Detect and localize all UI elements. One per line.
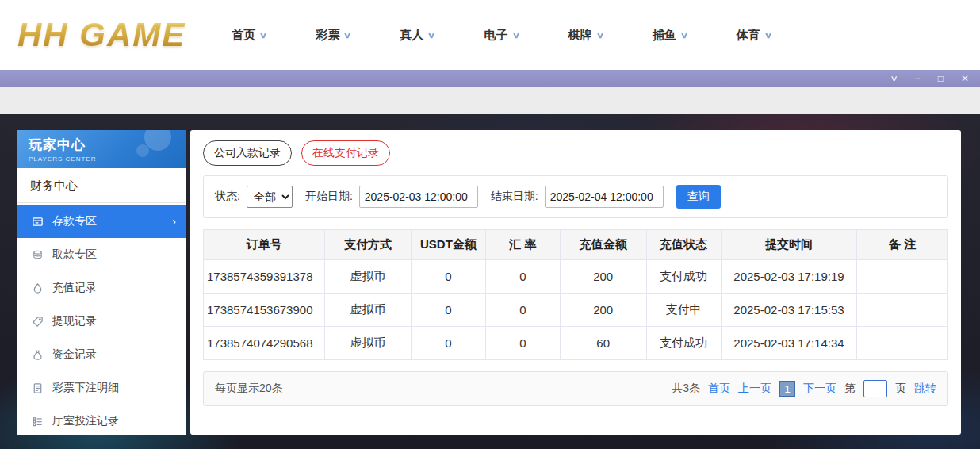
chevron-down-icon: ∨ (427, 30, 436, 40)
withdraw-icon (32, 249, 44, 261)
recharge-icon (32, 282, 44, 294)
nav-item-live[interactable]: 真人 ∨ (400, 28, 434, 43)
col-header-remark: 备 注 (857, 230, 948, 260)
sidebar-menu: 存款专区 › 取款专区 充值记录 提现记录 (17, 203, 186, 438)
logo[interactable]: HH GAME (17, 16, 217, 54)
sidebar-item-withdraw-zone[interactable]: 取款专区 (17, 238, 186, 271)
sidebar-item-label: 提现记录 (52, 314, 97, 328)
nav-item-home[interactable]: 首页 ∨ (232, 28, 266, 43)
window-titlebar: ∨ − □ ✕ (0, 70, 980, 87)
chevron-right-icon: › (172, 215, 176, 228)
cell-order-no: 1738574074290568 (204, 327, 325, 360)
cell-submit-time: 2025-02-03 17:15:53 (721, 294, 857, 327)
sidebar-item-label: 存款专区 (52, 214, 97, 228)
sidebar-item-lottery-bet-details[interactable]: 彩票下注明细 (17, 371, 186, 405)
nav-item-slots[interactable]: 电子 ∨ (484, 28, 519, 43)
nav-item-lottery[interactable]: 彩票 ∨ (316, 28, 350, 43)
table-header-row: 订单号 支付方式 USDT金额 汇 率 充值金额 充值状态 提交时间 备 注 (204, 230, 948, 260)
table-footer: 每页显示20条 共3条 首页 上一页 1 下一页 第 页 跳转 (203, 371, 948, 406)
chevron-down-icon: ∨ (595, 30, 604, 40)
nav-label: 彩票 (316, 28, 339, 43)
funds-icon (32, 349, 44, 361)
cell-pay-method: 虚拟币 (325, 327, 412, 360)
sidebar-section-title: 财务中心 (17, 168, 186, 203)
sidebar-header: 玩家中心 PLAYERS CENTER (17, 130, 186, 168)
end-date-label: 结束日期: (491, 190, 538, 204)
col-header-usdt-amount: USDT金额 (411, 230, 485, 260)
nav-label: 棋牌 (568, 28, 592, 43)
sidebar-item-hall-bet-records[interactable]: 厅室投注记录 (17, 405, 186, 438)
next-page-link[interactable]: 下一页 (803, 382, 836, 396)
table-row: 1738574359391378 虚拟币 0 0 200 支付成功 2025-0… (204, 260, 948, 294)
cell-recharge-status: 支付成功 (646, 260, 721, 294)
chevron-down-icon: ∨ (511, 30, 520, 40)
sidebar-item-withdrawal-records[interactable]: 提现记录 (17, 305, 186, 338)
maximize-icon[interactable]: □ (938, 74, 944, 83)
list-icon (32, 416, 44, 428)
nav-label: 捕鱼 (653, 28, 676, 43)
status-label: 状态: (215, 190, 240, 204)
nav-item-sports[interactable]: 体育 ∨ (737, 28, 771, 43)
chevron-down-icon: ∨ (679, 30, 688, 40)
cell-submit-time: 2025-02-03 17:19:19 (721, 260, 857, 294)
minimize-icon[interactable]: − (915, 74, 921, 83)
col-header-submit-time: 提交时间 (721, 230, 857, 260)
cell-recharge-amount: 200 (560, 260, 646, 294)
nav-label: 真人 (400, 28, 423, 43)
sidebar-item-recharge-records[interactable]: 充值记录 (17, 271, 186, 305)
start-date-label: 开始日期: (305, 190, 353, 204)
table-row: 1738574074290568 虚拟币 0 0 60 支付成功 2025-02… (204, 327, 948, 360)
sidebar-item-label: 充值记录 (52, 281, 97, 295)
gray-strip (0, 87, 980, 114)
cell-recharge-status: 支付成功 (646, 327, 721, 360)
cell-recharge-amount: 60 (560, 327, 646, 360)
sidebar-subtitle: PLAYERS CENTER (29, 155, 186, 163)
cell-recharge-amount: 200 (560, 294, 646, 327)
page-suffix-label: 页 (895, 382, 906, 396)
cell-remark (857, 327, 948, 360)
main-nav: 首页 ∨ 彩票 ∨ 真人 ∨ 电子 ∨ 棋牌 ∨ 捕鱼 ∨ 体育 ∨ (232, 28, 771, 43)
sidebar-item-label: 取款专区 (52, 248, 97, 262)
chevron-down-icon: ∨ (343, 30, 352, 40)
withdrawal-record-icon (32, 316, 44, 328)
page-jump-input[interactable] (863, 380, 887, 397)
document-icon (32, 382, 44, 394)
sidebar-title: 玩家中心 (29, 136, 186, 154)
end-date-input[interactable] (545, 186, 664, 208)
query-button[interactable]: 查询 (676, 185, 721, 209)
cell-remark (857, 260, 948, 294)
cell-remark (857, 294, 948, 327)
tab-company-deposit-records[interactable]: 公司入款记录 (203, 140, 292, 166)
tab-online-payment-records[interactable]: 在线支付记录 (301, 140, 390, 166)
sidebar-item-label: 厅室投注记录 (52, 414, 119, 428)
col-header-rate: 汇 率 (485, 230, 560, 260)
cell-rate: 0 (485, 294, 560, 327)
filter-bar: 状态: 全部 开始日期: 结束日期: 查询 (203, 175, 948, 218)
sidebar-item-label: 彩票下注明细 (52, 381, 119, 395)
per-page-text: 每页显示20条 (215, 382, 283, 396)
record-tabs: 公司入款记录 在线支付记录 (203, 140, 948, 166)
sidebar-item-deposit-zone[interactable]: 存款专区 › (17, 205, 186, 238)
nav-item-chess[interactable]: 棋牌 ∨ (568, 28, 603, 43)
col-header-pay-method: 支付方式 (325, 230, 412, 260)
deposit-icon (32, 216, 44, 228)
col-header-order-no: 订单号 (204, 230, 325, 260)
start-date-input[interactable] (359, 186, 478, 208)
page-prefix-label: 第 (844, 382, 856, 396)
jump-link[interactable]: 跳转 (914, 382, 936, 396)
chevron-down-icon[interactable]: ∨ (890, 75, 899, 83)
first-page-link[interactable]: 首页 (708, 382, 730, 396)
cell-order-no: 1738574153673900 (204, 294, 325, 327)
content-panel: 公司入款记录 在线支付记录 状态: 全部 开始日期: 结束日期: 查询 订单号 … (190, 130, 961, 435)
cell-pay-method: 虚拟币 (325, 294, 412, 327)
col-header-recharge-amount: 充值金额 (560, 230, 646, 260)
nav-item-fishing[interactable]: 捕鱼 ∨ (653, 28, 687, 43)
current-page-indicator: 1 (779, 381, 795, 397)
sidebar-item-label: 资金记录 (52, 347, 97, 362)
chevron-down-icon: ∨ (764, 30, 772, 40)
prev-page-link[interactable]: 上一页 (738, 382, 771, 396)
close-icon[interactable]: ✕ (961, 74, 969, 83)
cell-usdt-amount: 0 (411, 327, 485, 360)
sidebar-item-funds-records[interactable]: 资金记录 (17, 338, 186, 371)
status-select[interactable]: 全部 (247, 186, 293, 208)
